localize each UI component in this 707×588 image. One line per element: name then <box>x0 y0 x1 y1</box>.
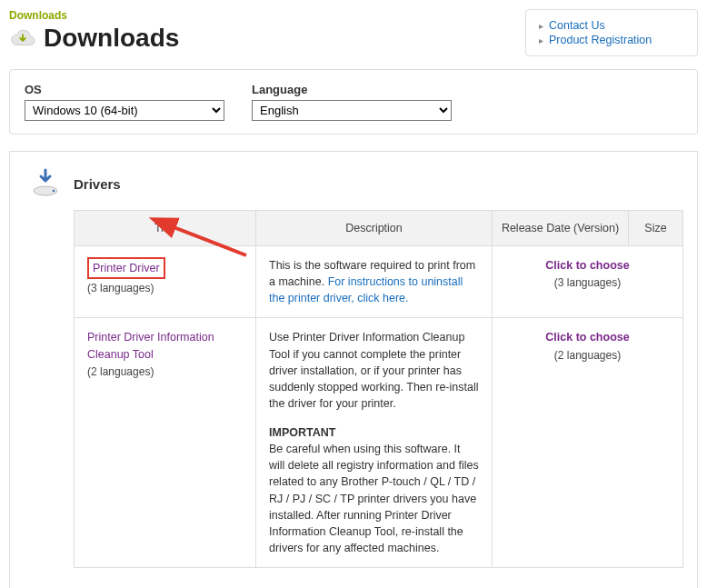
row-description: Use Printer Driver Information Cleanup T… <box>269 329 479 412</box>
language-label: Language <box>252 83 452 96</box>
language-select[interactable]: English <box>252 100 452 121</box>
breadcrumb: Downloads <box>9 9 525 22</box>
downloads-table: Title Description Release Date (Version)… <box>74 210 683 568</box>
drivers-section: Drivers Title Description Release Date (… <box>9 151 698 588</box>
product-registration-link[interactable]: Product Registration <box>549 34 652 46</box>
cloud-download-icon <box>9 27 36 49</box>
printer-driver-link[interactable]: Printer Driver <box>87 257 165 279</box>
important-label: IMPORTANT <box>269 424 479 441</box>
languages-note: (3 languages) <box>87 281 243 296</box>
caret-right-icon: ▸ <box>539 21 543 31</box>
drive-download-icon <box>30 168 61 199</box>
svg-point-1 <box>53 190 55 193</box>
click-to-choose-link[interactable]: Click to choose <box>505 329 670 345</box>
quick-links-box: ▸ Contact Us ▸ Product Registration <box>525 9 698 56</box>
row-description-extra: Be careful when using this software. It … <box>269 441 479 556</box>
filter-panel: OS Windows 10 (64-bit) Language English <box>9 69 698 135</box>
column-description: Description <box>256 211 493 246</box>
os-label: OS <box>25 83 224 96</box>
section-title: Drivers <box>74 176 121 192</box>
cleanup-tool-link[interactable]: Printer Driver Information Cleanup Tool <box>87 331 214 360</box>
choose-languages-note: (3 languages) <box>505 275 670 291</box>
click-to-choose-link[interactable]: Click to choose <box>505 257 670 274</box>
table-row: Printer Driver (3 languages) This is the… <box>75 246 683 318</box>
caret-right-icon: ▸ <box>539 35 543 45</box>
page-title: Downloads <box>44 24 179 53</box>
os-select[interactable]: Windows 10 (64-bit) <box>25 100 224 121</box>
column-title: Title <box>75 211 256 246</box>
table-row: Printer Driver Information Cleanup Tool … <box>75 318 683 568</box>
contact-us-link[interactable]: Contact Us <box>549 19 605 32</box>
choose-languages-note: (2 languages) <box>505 348 670 364</box>
languages-note: (2 languages) <box>87 364 243 380</box>
column-size: Size <box>629 211 683 246</box>
column-release-date: Release Date (Version) <box>493 211 629 246</box>
